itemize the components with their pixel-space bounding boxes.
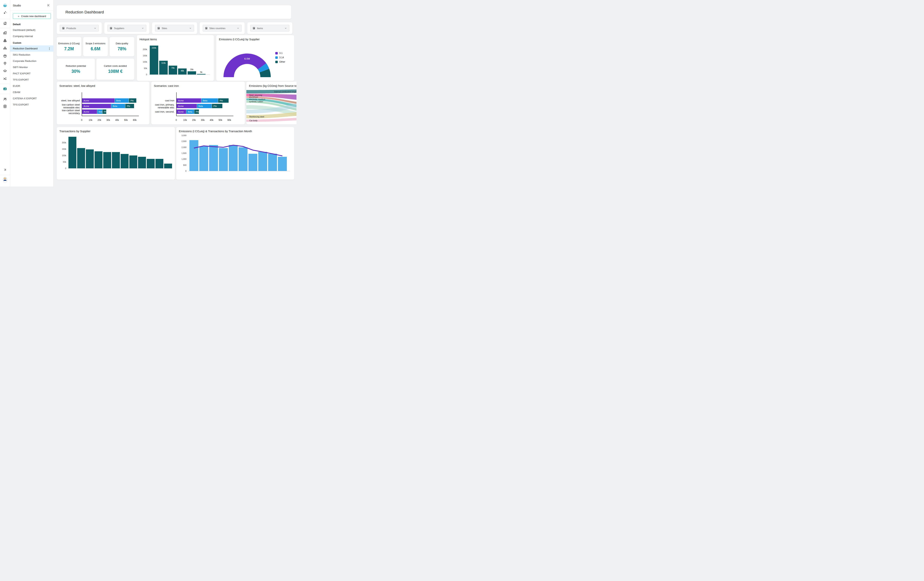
sidebar-item-company-internal[interactable]: Company internal xyxy=(10,33,53,40)
sparkles-icon[interactable] xyxy=(3,10,7,15)
legend-item-3-14[interactable]: 3.14 xyxy=(275,56,284,59)
bar[interactable] xyxy=(188,71,196,74)
sidebar-item-dashboard-default[interactable]: Dashboard (default) xyxy=(10,27,53,33)
filter-sites-countries[interactable]: Sites countries xyxy=(203,25,242,31)
segment-beta[interactable]: Beta xyxy=(115,98,129,103)
bar[interactable]: 70k xyxy=(169,66,177,74)
legend-label: 3.14 xyxy=(279,56,284,59)
chevron-down-icon xyxy=(284,26,287,30)
kpi-card-reduction-potential: Reduction potential 30% xyxy=(57,59,95,80)
bar[interactable] xyxy=(112,152,120,168)
cubes-icon[interactable] xyxy=(3,38,7,43)
bar[interactable] xyxy=(138,157,146,168)
filter-label: Sites countries xyxy=(209,27,235,30)
filter-label: Sites xyxy=(162,27,187,30)
bar[interactable] xyxy=(147,159,155,168)
line-series[interactable] xyxy=(194,145,282,156)
segment-beta[interactable]: Beta xyxy=(186,109,194,114)
segment-beta[interactable]: Beta xyxy=(197,104,212,108)
bar[interactable] xyxy=(120,154,129,168)
filter-type-icon xyxy=(62,26,65,30)
location-pin-icon[interactable] xyxy=(3,61,7,66)
package-icon[interactable] xyxy=(3,54,7,58)
company-icon[interactable] xyxy=(3,30,7,35)
segment-phi[interactable]: Phi xyxy=(195,109,199,114)
filter-card-sites: Sites xyxy=(152,22,197,34)
filter-products[interactable]: Products xyxy=(60,25,99,31)
create-new-dashboard-button[interactable]: + Create new dashboard xyxy=(13,13,51,19)
chevron-down-icon xyxy=(94,26,97,30)
app-logo-icon[interactable] xyxy=(3,3,7,8)
legend-item-3-1[interactable]: 3.1 xyxy=(275,52,282,54)
sidebar-item-pact-export[interactable]: PACT EXPORT xyxy=(10,70,53,77)
users-icon[interactable] xyxy=(3,97,7,101)
stacked-bar-row: AcmeBetaPhi xyxy=(82,109,137,114)
kpi-label: Reduction potential xyxy=(57,65,95,67)
bar[interactable] xyxy=(103,152,111,168)
segment-acme[interactable]: Acme xyxy=(82,98,115,103)
y-axis-tick-label: 100k xyxy=(59,154,66,157)
dashboards-icon-active[interactable] xyxy=(3,86,7,91)
segment-phi[interactable]: Phi xyxy=(129,98,136,103)
segment-acme[interactable]: Acme xyxy=(177,109,186,114)
stacked-bar-row: AcmeBetaPhi xyxy=(82,98,137,103)
sidebar-item-eudr[interactable]: EUDR xyxy=(10,83,53,89)
filter-suppliers[interactable]: Suppliers xyxy=(107,25,146,31)
home-icon[interactable] xyxy=(3,21,7,26)
y-axis-tick-label: 200k xyxy=(59,142,66,144)
bar[interactable]: 230k xyxy=(150,46,158,74)
sidebar-item-cbam[interactable]: CBAM xyxy=(10,89,53,95)
sidebar-item-sku-reduction[interactable]: SKU Reduction xyxy=(10,52,53,58)
filter-sites[interactable]: Sites xyxy=(155,25,194,31)
legend-item-other[interactable]: Other xyxy=(275,61,285,63)
y-axis-tick-label: 0 xyxy=(179,170,186,172)
segment-beta[interactable]: Beta xyxy=(97,109,102,114)
segment-phi[interactable]: Phi xyxy=(218,98,229,103)
sankey-node-label: aluminium xyxy=(249,96,258,98)
bar[interactable] xyxy=(94,151,102,168)
filter-items[interactable]: Items xyxy=(250,25,289,31)
segment-acme[interactable]: Acme xyxy=(177,104,197,108)
segment-phi[interactable]: Phi xyxy=(102,109,106,114)
segment-acme[interactable]: Acme xyxy=(82,104,111,108)
segment-label: Beta xyxy=(111,105,117,107)
segment-beta[interactable]: Beta xyxy=(111,104,125,108)
segment-phi[interactable]: Phi xyxy=(125,104,134,108)
bar[interactable] xyxy=(155,159,163,168)
sidebar-item-tfs-export[interactable]: TFS EXPORT xyxy=(10,77,53,83)
bar[interactable]: 110k xyxy=(159,61,168,74)
segment-phi[interactable]: Phi xyxy=(212,104,222,108)
sankey-node-label: Internal combustion engine xyxy=(274,91,297,93)
bar[interactable] xyxy=(68,137,76,168)
segment-beta[interactable]: Beta xyxy=(201,98,218,103)
sidebar-item-label: TFS EXPORT xyxy=(13,78,29,81)
segment-acme[interactable]: Acme xyxy=(177,98,201,103)
segment-label: Acme xyxy=(82,111,89,113)
bar[interactable] xyxy=(86,149,94,168)
sidebar-item-corporate-reduction[interactable]: Corporate Reduction xyxy=(10,58,53,64)
collapse-sidebar-icon[interactable] xyxy=(46,3,51,7)
bar[interactable] xyxy=(164,163,172,168)
shuffle-icon[interactable] xyxy=(3,76,7,81)
sidebar-item-reduction-dashboard[interactable]: Reduction Dashboard⋮ xyxy=(10,45,53,52)
sidebar-item-sbti-monitor[interactable]: SBTI Monitor xyxy=(10,64,53,70)
segment-acme[interactable]: Acme xyxy=(82,109,97,114)
legend-swatch xyxy=(275,56,278,59)
donut-slice-3-1[interactable] xyxy=(223,53,266,77)
bar[interactable]: 48k xyxy=(178,68,186,74)
database-icon[interactable] xyxy=(3,104,7,109)
avatar[interactable] xyxy=(3,178,7,182)
sidebar-item-catena-x-export[interactable]: CATENA-X EXPORT xyxy=(10,95,53,102)
kpi-value: 7.2M xyxy=(57,46,81,51)
y-axis-tick-label: 150k xyxy=(140,54,147,57)
bar[interactable] xyxy=(77,148,85,168)
hierarchy-icon[interactable] xyxy=(3,46,7,51)
sidebar-item-tfs-export[interactable]: TFS EXPORT xyxy=(10,102,53,108)
x-axis-tick-label: 40k xyxy=(210,119,213,121)
bar[interactable] xyxy=(129,155,137,168)
expand-sidebar-icon[interactable] xyxy=(3,167,7,172)
layers-icon[interactable] xyxy=(3,69,7,73)
kebab-menu-icon[interactable]: ⋮ xyxy=(48,47,51,50)
card-scenarios-cast-iron: Scenarios: cast iron 010k20k30k40k50k60k… xyxy=(151,82,245,124)
kpi-label: Scope 3 emissions xyxy=(83,42,108,45)
